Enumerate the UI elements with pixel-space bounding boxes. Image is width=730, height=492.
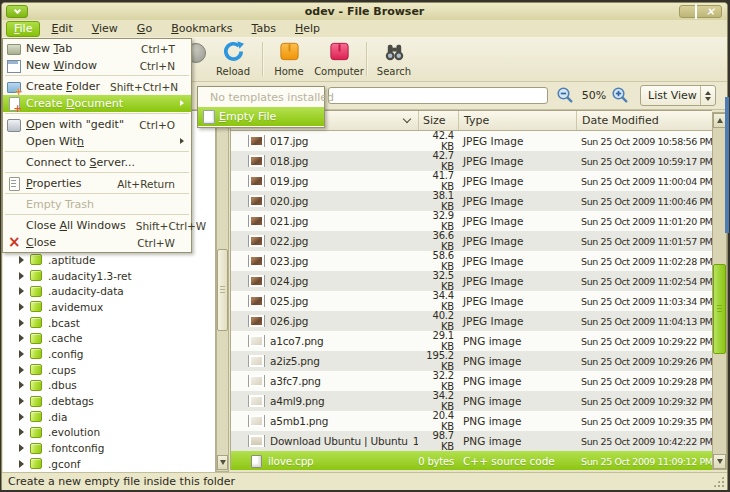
menubar-item-view[interactable]: View [84,21,126,37]
maximize-button[interactable] [695,5,697,18]
menubar-item-tabs[interactable]: Tabs [244,21,284,37]
menu-item-connect-to-server[interactable]: Connect to Server... [3,154,191,171]
menu-item-create-document[interactable]: Create Document [3,95,191,112]
file-size-cell: 32.2 KB [418,370,458,392]
expander-triangle-icon[interactable] [19,444,24,452]
close-button[interactable] [706,5,715,18]
file-name: 021.jpg [270,215,308,227]
search-button[interactable]: Search [369,40,419,80]
sidebar-folder-cups[interactable]: .cups [3,362,214,378]
file-row-017-jpg[interactable]: 017.jpg 42.4 KB JPEG Image Sun 25 Oct 20… [231,131,712,151]
sidebar-folder-cache[interactable]: .cache [3,330,214,346]
file-row-023-jpg[interactable]: 023.jpg 58.6 KB JPEG Image Sun 25 Oct 20… [231,251,712,271]
menubar-item-go[interactable]: Go [129,21,160,37]
file-row-026-jpg[interactable]: 026.jpg 40.2 KB JPEG Image Sun 25 Oct 20… [231,311,712,331]
scrollbar-thumb[interactable] [217,249,228,331]
menu-item-open-with[interactable]: Open With [3,133,191,150]
menu-item-new-window[interactable]: New Window Ctrl+N [3,57,191,74]
expander-triangle-icon[interactable] [19,272,24,280]
scroll-down-button[interactable] [713,454,726,469]
sidebar-folder-aptitude[interactable]: .aptitude [3,252,214,268]
file-row-025-jpg[interactable]: 025.jpg 34.4 KB JPEG Image Sun 25 Oct 20… [231,291,712,311]
location-input[interactable] [328,87,548,104]
menubar-item-edit[interactable]: Edit [43,21,80,37]
menu-item-open-with-gedit[interactable]: Open with "gedit" Ctrl+O [3,116,191,133]
column-header-date[interactable]: Date Modified [576,111,712,130]
sidebar-folder-evolution[interactable]: .evolution [3,425,214,441]
column-header-size[interactable]: Size [418,111,458,130]
sidebar-folder-gconf[interactable]: .gconf [3,456,214,472]
menu-item-create-folder[interactable]: Create Folder Shift+Ctrl+N [3,78,191,95]
file-name-cell: a3fc7.png [231,375,418,387]
sidebar-folder-fontconfig[interactable]: .fontconfig [3,440,214,456]
sidebar-scrollbar[interactable] [216,110,229,472]
expander-triangle-icon[interactable] [19,334,24,342]
create-folder-icon [6,80,22,94]
menu-item-properties[interactable]: Properties Alt+Return [3,175,191,192]
file-date-cell: Sun 25 Oct 2009 10:29:35 PM EET [576,416,712,427]
sidebar-folder-label: .audacity-data [48,285,124,297]
file-row-019-jpg[interactable]: 019.jpg 41.7 KB JPEG Image Sun 25 Oct 20… [231,171,712,191]
close-icon [706,5,715,18]
home-button[interactable]: Home [265,40,313,80]
file-row-a3fc7-png[interactable]: a3fc7.png 32.2 KB PNG image Sun 25 Oct 2… [231,371,712,391]
column-header-type[interactable]: Type [458,111,576,130]
expander-triangle-icon[interactable] [19,413,24,421]
file-row-020-jpg[interactable]: 020.jpg 38.1 KB JPEG Image Sun 25 Oct 20… [231,191,712,211]
menu-item-new-tab[interactable]: New Tab Ctrl+T [3,40,191,57]
file-type-icon [249,155,264,167]
expander-triangle-icon[interactable] [19,350,24,358]
file-row-021-jpg[interactable]: 021.jpg 32.9 KB JPEG Image Sun 25 Oct 20… [231,211,712,231]
expander-triangle-icon[interactable] [19,381,24,389]
home-icon [278,40,301,66]
expander-triangle-icon[interactable] [19,460,24,468]
file-row-ilove-cpp[interactable]: ilove.cpp 0 bytes C++ source code Sun 25… [231,451,712,470]
expander-triangle-icon[interactable] [19,256,24,264]
file-row-download-ubuntu-ubuntu-12565[interactable]: Download Ubuntu | Ubuntu_12565... 98.7 K… [231,431,712,451]
sidebar-folder-audacity1-3-ret[interactable]: .audacity1.3-ret [3,268,214,284]
menubar-item-bookmarks[interactable]: Bookmarks [163,21,240,37]
menubar-item-file[interactable]: File [6,21,40,37]
expander-triangle-icon[interactable] [19,397,24,405]
sidebar-folder-audacity-data[interactable]: .audacity-data [3,283,214,299]
menubar-item-help[interactable]: Help [287,21,328,37]
menu-item-empty-file[interactable]: Empty File [198,107,324,126]
sidebar-folder-bcast[interactable]: .bcast [3,315,214,331]
menu-item-label: Open With [26,135,165,148]
file-row-022-jpg[interactable]: 022.jpg 36.6 KB JPEG Image Sun 25 Oct 20… [231,231,712,251]
file-row-024-jpg[interactable]: 024.jpg 32.5 KB JPEG Image Sun 25 Oct 20… [231,271,712,291]
reload-button[interactable]: Reload [204,40,262,80]
titlebar[interactable]: odev - File Browser [2,3,727,20]
scrollbar-thumb[interactable] [713,264,726,354]
resize-grip[interactable] [713,476,724,487]
computer-button[interactable]: Computer [312,40,366,80]
menu-item-close[interactable]: Close Ctrl+W [3,234,191,251]
window-menu-button[interactable] [6,5,28,18]
zoom-out-button[interactable] [556,86,574,104]
sidebar-folder-avidemux[interactable]: .avidemux [3,299,214,315]
sidebar-folder-dbus[interactable]: .dbus [3,378,214,394]
view-mode-select[interactable]: List View [640,85,716,106]
file-row-a4ml9-png[interactable]: a4ml9.png 34.2 KB PNG image Sun 25 Oct 2… [231,391,712,411]
expander-triangle-icon[interactable] [19,303,24,311]
file-row-a5mb1-png[interactable]: a5mb1.png 20.4 KB PNG image Sun 25 Oct 2… [231,411,712,431]
file-row-a2iz5-png[interactable]: a2iz5.png 195.2 KB PNG image Sun 25 Oct … [231,351,712,371]
sidebar-folder-dia[interactable]: .dia [3,409,214,425]
scroll-down-button[interactable] [217,455,228,470]
menubar-item-label: Tabs [252,22,276,35]
file-row-018-jpg[interactable]: 018.jpg 42.7 KB JPEG Image Sun 25 Oct 20… [231,151,712,171]
sidebar-folder-config[interactable]: .config [3,346,214,362]
file-list-pane: Size Type Date Modified 017.jpg 42.4 KB … [230,110,712,470]
zoom-in-button[interactable] [611,86,629,104]
zoom-level: 50% [580,89,608,102]
file-row-a1co7-png[interactable]: a1co7.png 29.1 KB PNG image Sun 25 Oct 2… [231,331,712,351]
sidebar-folder-debtags[interactable]: .debtags [3,393,214,409]
computer-icon [328,40,351,66]
expander-triangle-icon[interactable] [19,366,24,374]
menu-item-close-all-windows[interactable]: Close All Windows Shift+Ctrl+W [3,217,191,234]
expander-triangle-icon[interactable] [19,428,24,436]
file-name-cell: 018.jpg [231,155,418,167]
expander-triangle-icon[interactable] [19,287,24,295]
file-name: a5mb1.png [270,415,328,427]
expander-triangle-icon[interactable] [19,319,24,327]
